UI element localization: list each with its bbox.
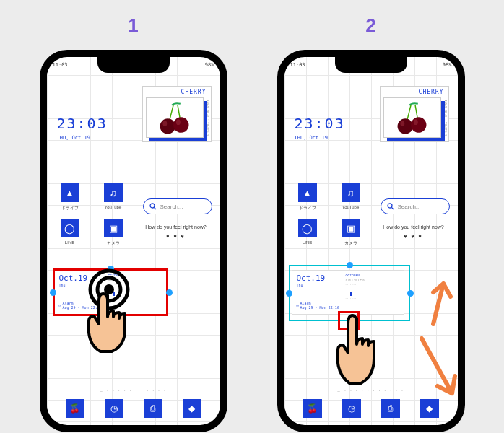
app-camera[interactable]: ▣ カメラ: [97, 219, 129, 247]
camera-icon: ▣: [342, 219, 360, 237]
camera-icon: ▣: [104, 219, 123, 237]
svg-point-11: [400, 121, 404, 126]
music-icon: ♫: [342, 183, 360, 202]
app-label: LINE: [54, 240, 86, 245]
app-grid: ▲ ドライブ ♫ YouTube ◯ LINE ▣ カメラ: [292, 183, 367, 254]
line-icon: ◯: [298, 219, 317, 237]
dock-app[interactable]: ⎙: [144, 399, 162, 418]
app-label: ドライブ: [292, 205, 323, 211]
notch: [335, 57, 407, 73]
dock-app[interactable]: 🍒: [303, 399, 322, 418]
phone-frame: 11:03 98% CHERRY ISSUE NO.3 - VOLUME 9: [40, 50, 227, 432]
mood-text: How do you feel right now?: [140, 224, 212, 229]
status-time: 11:03: [290, 62, 305, 68]
app-label: カメラ: [335, 240, 367, 247]
svg-point-0: [160, 118, 175, 134]
status-battery: 98%: [205, 62, 214, 68]
app-label: YouTube: [97, 205, 129, 209]
line-icon: ◯: [61, 219, 79, 237]
dock-app[interactable]: ◷: [342, 399, 361, 418]
clock-date: THU, Oct.19: [57, 135, 108, 141]
svg-line-5: [154, 208, 156, 210]
mood-text: How do you feel right now?: [378, 224, 450, 229]
dock: 🍒 ◷ ⎙ ◆: [47, 399, 220, 418]
step-number-2: 2: [365, 14, 375, 37]
app-youtube[interactable]: ♫ YouTube: [97, 183, 129, 211]
cherry-widget[interactable]: CHERRY ISSUE NO.3 - VOLUME 9: [380, 86, 449, 142]
app-label: LINE: [292, 240, 323, 245]
resize-handle[interactable]: [347, 262, 353, 268]
status-time: 11:03: [53, 62, 68, 68]
svg-point-3: [175, 119, 180, 125]
clock-widget[interactable]: 23:03 THU, Oct.19: [57, 115, 108, 141]
status-battery: 98%: [443, 62, 452, 68]
app-line[interactable]: ◯ LINE: [292, 219, 323, 247]
app-label: YouTube: [335, 205, 367, 209]
resize-handle[interactable]: [166, 289, 173, 296]
svg-line-14: [391, 208, 394, 210]
app-grid: ▲ ドライブ ♫ YouTube ◯ LINE ▣ カメラ: [54, 183, 129, 254]
clock-date: THU, Oct.19: [295, 135, 345, 141]
phone-screen[interactable]: 11:03 98% CHERRY ISSUE NO.3 - VOLUME 9: [284, 57, 458, 425]
music-icon: ♫: [104, 183, 123, 202]
mood-widget[interactable]: How do you feel right now? ♥ ♥ ♥: [378, 224, 450, 239]
app-drive[interactable]: ▲ ドライブ: [292, 183, 323, 211]
drive-icon: ▲: [298, 183, 317, 202]
svg-point-1: [173, 117, 188, 132]
search-bar[interactable]: Search...: [143, 198, 212, 214]
cherry-side-text: ISSUE NO.3 - VOLUME 9: [207, 100, 210, 136]
search-icon: [149, 203, 157, 210]
app-label: カメラ: [97, 240, 129, 247]
resize-handle[interactable]: [50, 289, 56, 296]
app-drive[interactable]: ▲ ドライブ: [54, 183, 86, 211]
mood-widget[interactable]: How do you feel right now? ♥ ♥ ♥: [140, 224, 212, 239]
cherry-image: [383, 97, 441, 138]
resize-handle[interactable]: [286, 290, 292, 297]
tap-hold-gesture-icon: [79, 266, 158, 360]
svg-point-13: [388, 204, 392, 208]
app-label: ドライブ: [54, 205, 86, 211]
svg-point-9: [397, 118, 412, 134]
phone-frame: 11:03 98% CHERRY ISSUE NO.3 - VOLUME 9: [277, 50, 465, 432]
dock-app[interactable]: ◆: [183, 399, 201, 418]
clock-widget[interactable]: 23:03 THU, Oct.19: [295, 115, 345, 141]
mood-hearts: ♥ ♥ ♥: [378, 234, 450, 239]
resize-arrow-up-icon: [412, 274, 455, 331]
dock-app[interactable]: ◷: [105, 399, 123, 418]
cherry-side-text: ISSUE NO.3 - VOLUME 9: [444, 100, 448, 136]
app-youtube[interactable]: ♫ YouTube: [335, 183, 367, 211]
svg-point-10: [411, 117, 426, 132]
clock-time: 23:03: [295, 115, 345, 132]
cherry-label: CHERRY: [143, 87, 211, 97]
drag-gesture-icon: [329, 302, 401, 396]
search-placeholder: Search...: [160, 204, 183, 210]
notch: [97, 57, 170, 73]
app-line[interactable]: ◯ LINE: [54, 219, 86, 247]
search-bar[interactable]: Search...: [381, 198, 450, 214]
cherry-widget[interactable]: CHERRY ISSUE NO.3 - VOLUME 9: [142, 86, 212, 142]
phone-screen[interactable]: 11:03 98% CHERRY ISSUE NO.3 - VOLUME 9: [47, 57, 220, 425]
resize-arrow-down-icon: [412, 331, 458, 403]
dock-app[interactable]: 🍒: [66, 399, 84, 418]
mood-hearts: ♥ ♥ ♥: [140, 234, 212, 239]
search-placeholder: Search...: [398, 204, 421, 210]
cherry-label: CHERRY: [381, 87, 448, 97]
step-number-1: 1: [128, 14, 138, 37]
dock-app[interactable]: ⎙: [381, 399, 400, 418]
svg-point-2: [162, 121, 167, 126]
page-indicator[interactable]: = · · · · · · · · · · ·: [47, 388, 220, 393]
app-camera[interactable]: ▣ カメラ: [335, 219, 367, 247]
svg-point-12: [413, 119, 417, 125]
drive-icon: ▲: [61, 183, 79, 202]
clock-time: 23:03: [57, 115, 108, 132]
cherry-image: [146, 97, 204, 138]
svg-point-4: [150, 204, 155, 208]
search-icon: [387, 203, 394, 210]
